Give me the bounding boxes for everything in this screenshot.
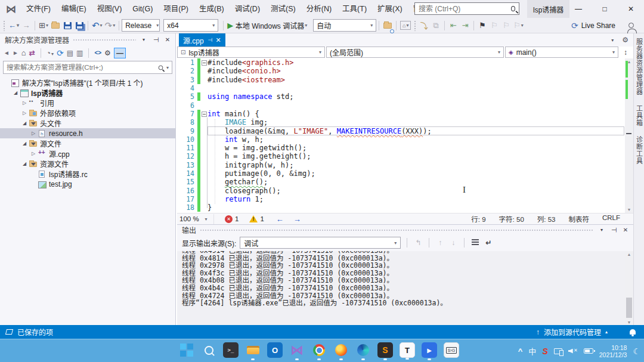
collapsed-arrow-icon[interactable]: ▷ <box>20 110 29 116</box>
tree-item[interactable]: ◢源文件 <box>0 138 175 148</box>
quick-search-input[interactable] <box>419 5 511 13</box>
scroll-down-arrow-icon[interactable]: ▼ <box>625 208 633 212</box>
code-line-11[interactable]: 11 w = img.getwidth(); <box>177 144 625 152</box>
move-into-folder-button[interactable]: ⤵ <box>419 20 429 32</box>
prev-message-button[interactable]: ↑ <box>435 239 445 247</box>
scrollbar-thumb[interactable] <box>626 298 632 318</box>
close-tab-icon[interactable]: ✕ <box>216 36 221 44</box>
forward-button[interactable]: ► <box>13 49 18 56</box>
prev-bookmark-button[interactable]: ⚐ <box>490 20 499 32</box>
new-project-button[interactable]: ⊞▾ <box>39 20 48 32</box>
tree-item[interactable]: ▷resource.h <box>0 128 175 138</box>
code-line-8[interactable]: 8 IMAGE img; <box>177 118 625 126</box>
taskbar-sublime-text-icon[interactable] <box>377 342 393 358</box>
collapsed-arrow-icon[interactable]: ▷ <box>20 100 29 106</box>
expanded-arrow-icon[interactable]: ◢ <box>20 161 29 166</box>
tab-list-dropdown-icon[interactable]: ▾ <box>611 38 614 43</box>
next-issue-button[interactable]: → <box>293 215 301 224</box>
code-line-5[interactable]: 5using namespace std; <box>177 92 625 101</box>
tree-item[interactable]: ▷引用 <box>0 98 175 108</box>
taskbar-firefox-icon[interactable] <box>333 342 349 358</box>
increase-indent-button[interactable]: ⇥ <box>460 20 470 32</box>
taskbar-terminal-icon[interactable] <box>223 342 239 358</box>
preview-selected-items-toggle[interactable]: — <box>114 48 126 58</box>
live-share-button[interactable]: ⟳ Live Share <box>571 21 615 30</box>
code-line-9[interactable]: 9 loadimage(&img, L"IMAGE", MAKEINTRESOU… <box>177 126 625 135</box>
taskbar-file-explorer-icon[interactable] <box>245 342 261 358</box>
battery-icon[interactable] <box>584 348 593 354</box>
tree-item[interactable]: ▷外部依赖项 <box>0 108 175 118</box>
save-all-button[interactable] <box>75 20 84 32</box>
next-message-button[interactable]: ↓ <box>448 239 458 247</box>
tree-item[interactable]: 解决方案"lsp诱捕器"(1 个项目/共 1 个) <box>0 78 175 88</box>
code-line-2[interactable]: 2#include<conio.h> <box>177 67 625 75</box>
editor-options-gear-icon[interactable]: ⚙ <box>622 36 628 44</box>
prev-issue-button[interactable]: ← <box>276 215 284 224</box>
toolbar-drag-handle[interactable] <box>3 20 5 31</box>
code-line-4[interactable]: 4 <box>177 84 625 92</box>
expanded-arrow-icon[interactable]: ◢ <box>20 141 29 146</box>
pin-icon[interactable]: ⊤ <box>152 35 160 44</box>
cast-device-icon[interactable] <box>554 348 562 354</box>
tree-item[interactable]: ◢lsp诱捕器 <box>0 88 175 98</box>
tab-diagnostic-tools[interactable]: 诊断工具 <box>634 136 644 165</box>
solution-search-input[interactable] <box>7 64 158 71</box>
menu-item[interactable]: 生成(B) <box>194 0 230 18</box>
save-button[interactable] <box>63 20 72 32</box>
tabs-indicator[interactable]: 制表符 <box>568 214 589 224</box>
pin-tab-icon[interactable]: ⊤ <box>207 38 213 42</box>
menu-item[interactable]: 扩展(X) <box>372 0 408 18</box>
menu-item[interactable]: Git(G) <box>127 0 158 18</box>
code-line-7[interactable]: 7int main() { <box>177 110 625 118</box>
view-code-button[interactable]: <> <box>94 49 101 56</box>
goto-message-button[interactable]: ↰ <box>413 239 423 247</box>
solution-search-box[interactable]: ▾ <box>3 61 172 74</box>
start-debugging-button[interactable]: ▶ 本地 Windows 调试器▾ <box>227 20 307 32</box>
back-button[interactable]: ◄ <box>4 49 10 56</box>
tab-server-explorer[interactable]: 服务器资源管理器 <box>634 38 644 95</box>
warning-count[interactable]: 1 <box>260 215 264 222</box>
nest-files-button[interactable]: ▤ <box>67 49 73 57</box>
solution-explorer-header[interactable]: 解决方案资源管理器 ▾ ⊤ ✕ <box>0 33 175 45</box>
pending-changes-filter-button[interactable]: ◔▾ <box>47 49 54 57</box>
output-header[interactable]: 输出 ▾ ⊤ ✕ <box>177 225 633 235</box>
zoom-dropdown[interactable]: 100 %▾ <box>177 214 214 224</box>
tree-item[interactable]: ▷源.cpp <box>0 148 175 159</box>
notifications-bell-icon[interactable] <box>630 329 636 335</box>
close-pane-icon[interactable]: ✕ <box>621 227 630 233</box>
clear-bookmarks-button[interactable]: ⚐▾ <box>513 20 524 32</box>
taskbar-clock[interactable]: 10:18 2021/12/3 <box>599 344 627 358</box>
expanded-arrow-icon[interactable]: ◢ <box>11 90 20 95</box>
pin-icon[interactable]: ⊤ <box>610 226 618 234</box>
window-position-dropdown-icon[interactable]: ▾ <box>597 227 606 233</box>
code-line-16[interactable]: 16 closegraph(); <box>177 186 625 194</box>
expanded-arrow-icon[interactable]: ◢ <box>20 120 29 126</box>
toggle-bookmark-button[interactable]: ⚑ <box>478 20 487 32</box>
line-ending-indicator[interactable]: CRLF <box>602 214 620 224</box>
taskbar-video-app-icon[interactable] <box>422 342 437 358</box>
tab-source-cpp[interactable]: 源.cpp ⊤ ✕ <box>179 33 225 47</box>
taskbar-outlook-icon[interactable] <box>267 342 283 358</box>
properties-button[interactable]: ⚙ <box>104 49 111 57</box>
solution-platform-dropdown[interactable]: x64▾ <box>163 19 218 32</box>
code-line-17[interactable]: 17 return 1; <box>177 195 625 203</box>
ime-indicator[interactable]: 中 <box>528 345 536 357</box>
show-all-files-button[interactable]: ▥ <box>76 49 83 57</box>
taskbar-typora-icon[interactable] <box>400 342 415 358</box>
project-dropdown[interactable]: ⊡ lsp诱捕器▾ <box>177 47 325 58</box>
taskbar-remote-desktop-icon[interactable] <box>444 342 459 358</box>
taskbar-search-icon[interactable] <box>201 342 216 358</box>
taskbar-edge-icon[interactable] <box>355 342 371 358</box>
refresh-button[interactable]: ⟳ <box>57 48 64 58</box>
tree-item[interactable]: ◢资源文件 <box>0 159 175 169</box>
output-content[interactable]: 线程 0x4914 已退出，返回值为 -1073741510 (0xc00001… <box>177 251 625 326</box>
menu-item[interactable]: 调试(D) <box>230 0 265 18</box>
menu-item[interactable]: 编辑(E) <box>56 0 92 18</box>
taskbar-chrome-icon[interactable] <box>311 342 327 358</box>
feedback-button[interactable] <box>626 20 636 32</box>
output-scrollbar[interactable]: ▲ ▼ <box>625 251 633 326</box>
menu-item[interactable]: 文件(F) <box>21 0 56 18</box>
code-line-10[interactable]: 10 int w, h; <box>177 135 625 144</box>
code-line-12[interactable]: 12 h = img.getheight(); <box>177 152 625 160</box>
tree-item[interactable]: test.jpg <box>0 179 175 189</box>
